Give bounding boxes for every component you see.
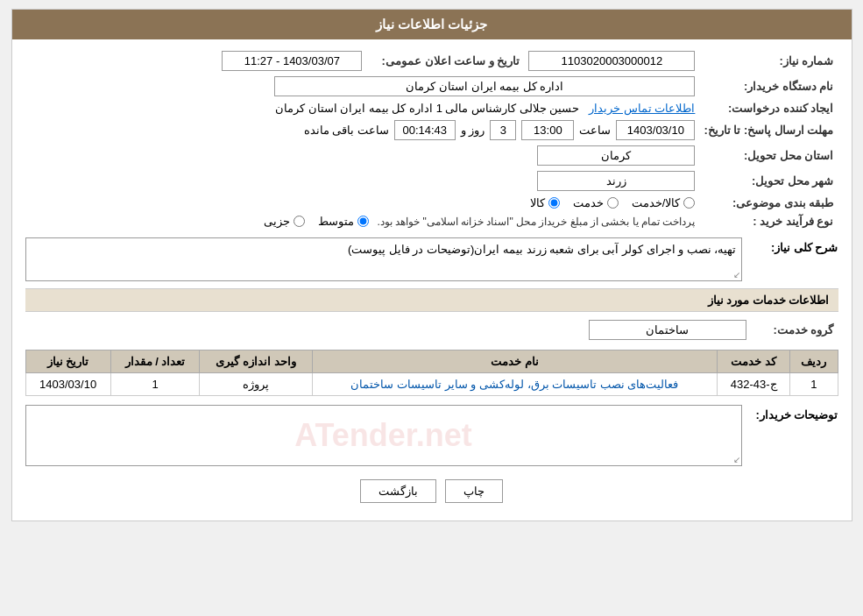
- cell-service-code: ج-43-432: [718, 373, 790, 396]
- buyer-comments-box: ATender.net: [25, 405, 742, 466]
- services-tbody: 1 ج-43-432 فعالیت‌های نصب تاسیسات برق، ل…: [25, 373, 838, 396]
- delivery-province-label: استان محل تحویل:: [699, 143, 838, 168]
- services-table: ردیف کد خدمت نام خدمت واحد اندازه گیری ت…: [25, 350, 838, 396]
- cell-row-num: 1: [790, 373, 838, 396]
- row-delivery-province: استان محل تحویل: کرمان: [25, 143, 838, 168]
- service-group-value: ساختمان: [25, 317, 751, 343]
- delivery-city-value: زرند: [25, 168, 700, 194]
- col-service-code: کد خدمت: [718, 350, 790, 373]
- page-title: جزئیات اطلاعات نیاز: [376, 17, 487, 32]
- main-container: جزئیات اطلاعات نیاز شماره نیاز: 11030200…: [11, 9, 852, 521]
- reply-deadline-value: 1403/03/10 ساعت 13:00 3 روز و 00:14:43 س…: [25, 117, 700, 143]
- cell-quantity: 1: [110, 373, 200, 396]
- delivery-province-value: کرمان: [25, 143, 700, 168]
- announcement-date-input: 1403/03/07 - 11:27: [222, 51, 362, 71]
- services-section-header: اطلاعات خدمات مورد نیاز: [25, 288, 838, 312]
- buyer-org-value: اداره کل بیمه ایران استان کرمان: [25, 74, 700, 99]
- creator-label: ایجاد کننده درخواست:: [699, 99, 838, 117]
- resize-handle: ↙: [733, 270, 740, 280]
- cell-service-name: فعالیت‌های نصب تاسیسات برق، لوله‌کشی و س…: [312, 373, 718, 396]
- service-group-table: گروه خدمت: ساختمان: [25, 317, 838, 343]
- general-desc-label: شرح کلی نیاز:: [751, 237, 838, 254]
- col-row-num: ردیف: [790, 350, 838, 373]
- service-group-label: گروه خدمت:: [751, 317, 838, 343]
- process-type-value: پرداخت تمام یا بخشی از مبلغ خریداز محل "…: [25, 212, 700, 230]
- row-process-type: نوع فرآیند خرید : پرداخت تمام یا بخشی از…: [25, 212, 838, 230]
- cell-need-date: 1403/03/10: [25, 373, 110, 396]
- watermark: ATender.net: [294, 417, 472, 454]
- process-note: پرداخت تمام یا بخشی از مبلغ خریداز محل "…: [378, 216, 696, 228]
- process-radio-motavasset[interactable]: متوسط: [318, 215, 369, 228]
- subject-radio-khedmat[interactable]: خدمت: [573, 196, 619, 209]
- delivery-city-input: زرند: [537, 171, 695, 191]
- creator-value: اطلاعات تماس خریدار حسین جلالی کارشناس م…: [25, 99, 700, 117]
- page-header: جزئیات اطلاعات نیاز: [12, 10, 852, 39]
- subject-value: کالا/خدمت خدمت کالا: [25, 194, 700, 212]
- row-subject: طبقه بندی موضوعی: کالا/خدمت خدمت کالا: [25, 194, 838, 212]
- delivery-city-label: شهر محل تحویل:: [699, 168, 838, 194]
- reply-days-input: 3: [490, 120, 516, 140]
- creator-contact-link[interactable]: اطلاعات تماس خریدار: [589, 102, 695, 115]
- need-number-value: 1103020003000012: [524, 48, 699, 74]
- process-type-label: نوع فرآیند خرید :: [699, 212, 838, 230]
- reply-time-label: ساعت: [579, 124, 611, 137]
- buttons-row: چاپ بازگشت: [25, 479, 838, 503]
- service-group-input: ساختمان: [589, 320, 746, 340]
- buyer-comments-content: ATender.net ↙: [25, 405, 742, 466]
- subject-radio-kala[interactable]: کالا: [530, 196, 560, 209]
- row-creator: ایجاد کننده درخواست: اطلاعات تماس خریدار…: [25, 99, 838, 117]
- general-desc-row: شرح کلی نیاز: تهیه، نصب و اجرای کولر آبی…: [25, 237, 838, 281]
- resize-handle-2: ↙: [733, 455, 740, 464]
- need-number-label: شماره نیاز:: [699, 48, 838, 74]
- col-unit: واحد اندازه گیری: [200, 350, 312, 373]
- buyer-org-input: اداره کل بیمه ایران استان کرمان: [274, 76, 695, 96]
- row-announcement: شماره نیاز: 1103020003000012 تاریخ و ساع…: [25, 48, 838, 74]
- buyer-comments-label: توضیحات خریدار:: [751, 405, 838, 421]
- content-area: شماره نیاز: 1103020003000012 تاریخ و ساع…: [12, 39, 852, 520]
- col-quantity: تعداد / مقدار: [110, 350, 200, 373]
- reply-deadline-label: مهلت ارسال پاسخ: تا تاریخ:: [699, 117, 838, 143]
- buyer-comments-row: توضیحات خریدار: ATender.net ↙: [25, 405, 838, 466]
- col-need-date: تاریخ نیاز: [25, 350, 110, 373]
- top-info-table: شماره نیاز: 1103020003000012 تاریخ و ساع…: [25, 48, 838, 230]
- row-reply-deadline: مهلت ارسال پاسخ: تا تاریخ: 1403/03/10 سا…: [25, 117, 838, 143]
- remaining-label: ساعت باقی مانده: [304, 124, 389, 137]
- creator-name-text: حسین جلالی کارشناس مالی 1 اداره کل بیمه …: [275, 102, 579, 115]
- cell-unit: پروژه: [200, 373, 312, 396]
- subject-label: طبقه بندی موضوعی:: [699, 194, 838, 212]
- reply-time-input: 13:00: [521, 120, 574, 140]
- services-table-header-row: ردیف کد خدمت نام خدمت واحد اندازه گیری ت…: [25, 350, 838, 373]
- general-desc-text: تهیه، نصب و اجرای کولر آبی برای شعبه زرن…: [25, 237, 742, 281]
- need-number-input: 1103020003000012: [528, 51, 695, 71]
- row-delivery-city: شهر محل تحویل: زرند: [25, 168, 838, 194]
- back-button[interactable]: بازگشت: [360, 479, 436, 503]
- row-buyer-org: نام دستگاه خریدار: اداره کل بیمه ایران ا…: [25, 74, 838, 99]
- process-radio-jozi[interactable]: جزیی: [264, 215, 305, 228]
- col-service-name: نام خدمت: [312, 350, 718, 373]
- reply-date-input: 1403/03/10: [616, 120, 695, 140]
- reply-days-label: روز و: [461, 124, 485, 137]
- general-desc-content: تهیه، نصب و اجرای کولر آبی برای شعبه زرن…: [25, 237, 742, 281]
- table-row: 1 ج-43-432 فعالیت‌های نصب تاسیسات برق، ل…: [25, 373, 838, 396]
- announcement-label: تاریخ و ساعت اعلان عمومی:: [366, 48, 524, 74]
- delivery-province-input: کرمان: [537, 145, 695, 166]
- announcement-value: 1403/03/07 - 11:27: [25, 48, 367, 74]
- service-group-row: گروه خدمت: ساختمان: [25, 317, 838, 343]
- buyer-org-label: نام دستگاه خریدار:: [699, 74, 838, 99]
- print-button[interactable]: چاپ: [445, 479, 503, 503]
- subject-radio-kala-khedmat[interactable]: کالا/خدمت: [632, 196, 696, 209]
- remaining-time-input: 00:14:43: [394, 120, 456, 140]
